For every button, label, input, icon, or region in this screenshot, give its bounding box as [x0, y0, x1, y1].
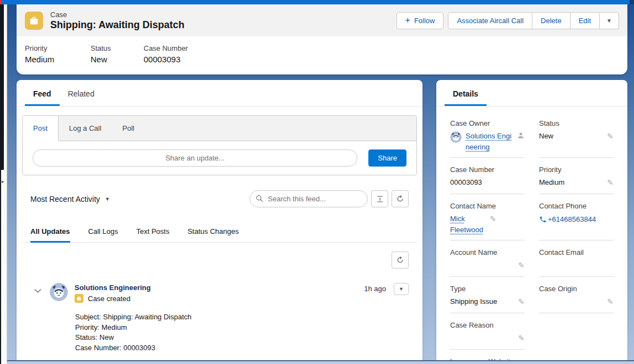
tab-poll[interactable]: Poll: [112, 116, 145, 141]
status-value: New: [91, 54, 129, 65]
plus-icon: +: [405, 16, 410, 25]
record-actions: + Follow Associate Aircall Call Delete E…: [397, 12, 619, 29]
field-label: Status: [539, 119, 614, 128]
associate-aircall-call-button[interactable]: Associate Aircall Call: [448, 12, 532, 29]
follow-button[interactable]: + Follow: [397, 12, 444, 29]
edit-field-icon[interactable]: ✎: [607, 297, 614, 306]
field-label: Case Reason: [450, 320, 525, 330]
einstein-avatar[interactable]: [50, 283, 68, 301]
field-case-number: Case Number 00003093: [450, 164, 525, 194]
object-label: Case: [50, 10, 397, 19]
case-number-value: 00003093: [450, 177, 525, 188]
edit-button[interactable]: Edit: [570, 12, 600, 29]
field-label: Contact Phone: [539, 201, 614, 211]
chevron-down-icon: ▼: [105, 196, 110, 202]
delete-button[interactable]: Delete: [532, 12, 570, 29]
filter-all-updates[interactable]: All Updates: [30, 222, 70, 243]
edit-field-icon[interactable]: ✎: [607, 132, 614, 141]
feed-item-body: Subject: Shipping: Awaiting Dispatch Pri…: [75, 312, 409, 353]
feed-panel: Feed Related Post Log a Call Poll Share …: [17, 80, 422, 364]
publisher-tabs: Post Log a Call Poll: [23, 116, 416, 141]
priority-label: Priority: [25, 44, 76, 53]
field-status: Status New ✎: [539, 117, 614, 158]
collapse-post-chevron[interactable]: [34, 288, 43, 293]
priority-value: Medium: [25, 54, 76, 65]
feed-item-meta: 1h ago ▼: [364, 285, 409, 295]
type-value: Shipping Issue: [450, 296, 518, 307]
field-label: Case Owner: [450, 119, 525, 128]
edit-field-icon[interactable]: ✎: [490, 215, 496, 223]
refresh-feed-button[interactable]: [392, 190, 409, 207]
search-icon: [256, 195, 263, 202]
einstein-avatar: [450, 131, 462, 143]
edit-field-icon[interactable]: ✎: [518, 261, 525, 270]
chevron-down-icon: [34, 288, 41, 293]
tab-post[interactable]: Post: [23, 116, 59, 141]
tab-log-a-call[interactable]: Log a Call: [59, 116, 112, 141]
feed-filter-tabs: All Updates Call Logs Text Posts Status …: [22, 222, 417, 243]
field-type: Type Shipping Issue ✎: [450, 283, 525, 313]
filter-call-logs[interactable]: Call Logs: [88, 222, 118, 243]
change-owner-icon[interactable]: [517, 132, 525, 140]
case-owner-link[interactable]: Solutions Engineering: [466, 131, 513, 153]
highlights-fields: Priority Medium Status New Case Number 0…: [17, 36, 627, 65]
tab-details[interactable]: Details: [445, 80, 487, 106]
field-contact-email: Contact Email: [539, 247, 614, 277]
details-panel: Details Case Owner Solutions En: [436, 80, 627, 364]
window-bottom-edge: [0, 360, 634, 364]
feed-item-action-text: Case created: [88, 295, 130, 303]
case-icon: [75, 294, 83, 303]
feed-refresh-row: [30, 251, 409, 269]
field-label: Account Name: [450, 248, 525, 257]
field-contact-phone: Contact Phone +61468563844: [539, 200, 614, 240]
highlight-status: Status New: [91, 44, 129, 65]
collapse-icon: [376, 195, 384, 203]
feed-search-input[interactable]: [250, 190, 368, 207]
field-label: Case Origin: [539, 284, 614, 293]
window-red-notch: [0, 0, 2, 4]
feed-item-author-link[interactable]: Solutions Engineering: [75, 283, 364, 292]
status-value: New: [539, 131, 607, 142]
tab-feed[interactable]: Feed: [25, 80, 60, 106]
feed-item-action: Case created: [75, 294, 364, 303]
feed-body-line: Status: New: [75, 333, 409, 343]
tab-related[interactable]: Related: [60, 80, 103, 106]
window-top-bar: [0, 0, 634, 4]
contact-phone-link[interactable]: +61468563844: [548, 214, 614, 225]
contact-name-link[interactable]: Mick Fleetwood: [450, 213, 490, 235]
edit-field-icon[interactable]: ✎: [607, 178, 614, 187]
chevron-down-icon: ▼: [606, 18, 612, 24]
share-button[interactable]: Share: [368, 149, 406, 167]
collapse-all-posts-button[interactable]: [371, 190, 388, 207]
details-tabs: Details: [436, 80, 627, 106]
details-fields: Case Owner Solutions Engineering: [436, 106, 627, 364]
filter-status-changes[interactable]: Status Changes: [188, 222, 239, 243]
edit-field-icon[interactable]: ✎: [518, 334, 525, 342]
highlight-case-number: Case Number 00003093: [144, 44, 188, 65]
field-case-owner: Case Owner Solutions Engineering: [450, 117, 525, 158]
feed-item: Solutions Engineering Case created 1h ag…: [34, 283, 409, 303]
feed-item-menu-button[interactable]: ▼: [394, 283, 409, 295]
publisher-body: Share: [23, 141, 416, 175]
more-actions-button[interactable]: ▼: [600, 12, 619, 29]
edit-field-icon[interactable]: ✎: [518, 297, 525, 306]
case-highlights-panel: Case Shipping: Awaiting Dispatch + Follo…: [17, 4, 627, 74]
feed-item-timestamp: 1h ago: [364, 285, 386, 293]
feed-sort-dropdown[interactable]: Most Recent Activity ▼: [30, 195, 110, 204]
follow-button-label: Follow: [414, 17, 435, 25]
field-priority: Priority Medium ✎: [539, 164, 614, 194]
feed-body-line: Priority: Medium: [75, 323, 409, 333]
field-label: Type: [450, 284, 525, 293]
action-button-group: Associate Aircall Call Delete Edit ▼: [448, 12, 619, 29]
expand-panel-arrow-icon[interactable]: ▸: [2, 178, 4, 185]
status-label: Status: [91, 44, 129, 53]
field-account-name: Account Name ✎: [450, 247, 525, 277]
refresh-feed-list-button[interactable]: [392, 251, 409, 269]
feed-related-tabs: Feed Related: [17, 80, 422, 106]
feed-body-line: Case Number: 00003093: [75, 343, 409, 354]
filter-text-posts[interactable]: Text Posts: [136, 222, 170, 243]
case-number-value: 00003093: [144, 54, 188, 65]
share-update-input[interactable]: [33, 149, 357, 167]
highlight-priority: Priority Medium: [25, 44, 76, 65]
refresh-icon: [396, 256, 404, 264]
